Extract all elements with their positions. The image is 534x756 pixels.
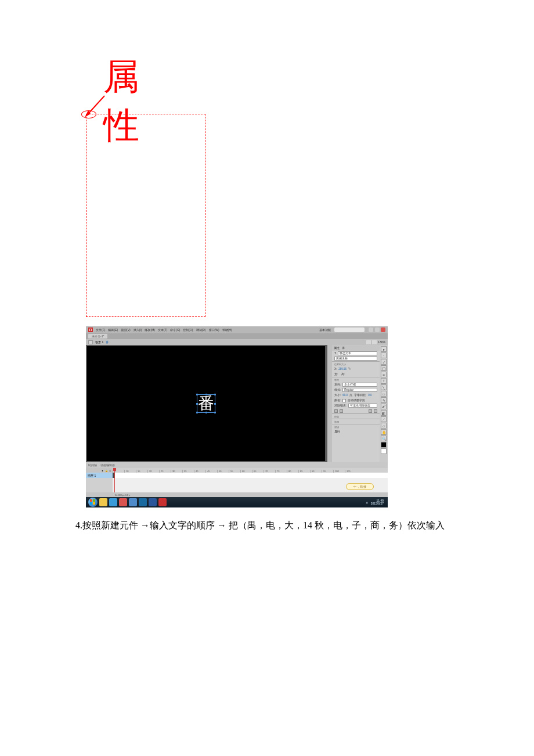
svg-rect-3	[93, 499, 95, 502]
tools-panel: ▸ ◦ ⤢ ◯ ✒ T ╲ ▭ ✎ 🖌 ◧ ⟋ ▱ ✋ 🔍	[380, 345, 388, 462]
instance-name-input[interactable]: 实例名称	[334, 357, 377, 361]
selection-box	[197, 394, 215, 413]
format-btn-1[interactable]	[334, 409, 338, 413]
text-type-select[interactable]: 静态文本	[338, 351, 377, 355]
size-label: 大小:	[334, 394, 341, 397]
document-tab[interactable]: 未命名-1*	[88, 334, 107, 339]
timeline-fps: 24.00 fps 0.0 s	[115, 494, 130, 496]
size-value[interactable]: 60.0	[342, 394, 348, 397]
breadcrumb-symbol[interactable]: 番	[106, 340, 109, 344]
rect-tool-icon[interactable]: ▭	[381, 391, 387, 397]
stage[interactable]: 番	[87, 346, 325, 461]
timeline-area: 时间轴 动画编辑器 ● 🔒 □ 图层 1 5101520253035404550…	[86, 462, 388, 497]
pen-tool-icon[interactable]: ✒	[381, 372, 387, 377]
transform-tool-icon[interactable]: ⤢	[381, 359, 387, 365]
format-btn-3[interactable]	[369, 409, 372, 413]
outline-icon[interactable]: □	[110, 469, 111, 472]
section-filters[interactable]: 滤镜	[332, 424, 380, 429]
tab-library[interactable]: 库	[342, 347, 345, 350]
color-label: 颜色:	[334, 399, 341, 402]
color-swatch[interactable]	[342, 399, 346, 402]
vertical-scrollbar[interactable]	[327, 345, 332, 462]
layer-row[interactable]: 图层 1	[86, 473, 113, 478]
format-btn-4[interactable]	[374, 409, 377, 413]
menu-insert[interactable]: 插入(I)	[134, 328, 142, 332]
menu-window[interactable]: 窗口(W)	[209, 328, 219, 332]
start-button-icon[interactable]	[88, 498, 98, 507]
selection-tool-icon[interactable]: ▸	[381, 346, 387, 352]
menu-control[interactable]: 控制(O)	[183, 328, 193, 332]
svg-rect-5	[93, 502, 95, 505]
task-app2-icon[interactable]	[129, 498, 137, 506]
menu-edit[interactable]: 编辑(E)	[108, 328, 118, 332]
task-photoshop-icon[interactable]	[139, 498, 147, 506]
zoom-tool-icon[interactable]: 🔍	[381, 435, 387, 441]
bucket-tool-icon[interactable]: ◧	[381, 410, 387, 416]
clock-date: 2015/6/27	[371, 502, 384, 506]
hand-tool-icon[interactable]	[366, 340, 371, 344]
search-input[interactable]	[334, 327, 365, 332]
motion-editor-tab[interactable]: 动画编辑器	[100, 463, 115, 467]
layers-panel: ● 🔒 □ 图层 1	[86, 468, 113, 492]
workspace-label[interactable]: 基本功能	[319, 328, 331, 332]
spacing-value[interactable]: 0.0	[368, 394, 371, 397]
zoom-tool-icon[interactable]	[372, 340, 377, 344]
w-label: 宽:	[334, 373, 338, 376]
kern-label[interactable]: 自动调整字距	[348, 399, 365, 402]
menubar: Fl 文件(F) 编辑(E) 视图(V) 插入(I) 修改(M) 文本(T) 命…	[86, 326, 388, 333]
panel-tabs: 属性 库	[332, 345, 380, 351]
anti-alias-select[interactable]: 可读性消除锯齿	[348, 404, 377, 408]
brush-tool-icon[interactable]: 🖌	[381, 404, 387, 409]
stroke-color-icon[interactable]	[381, 442, 387, 448]
format-btn-2[interactable]	[340, 409, 343, 413]
font-style-select[interactable]: Regular	[342, 388, 377, 392]
back-button[interactable]	[88, 340, 93, 344]
task-word-icon[interactable]	[149, 498, 157, 506]
subselection-tool-icon[interactable]: ◦	[381, 352, 387, 358]
layer-name: 图层 1	[88, 474, 96, 477]
lock-icon[interactable]: 🔒	[105, 469, 108, 472]
clock[interactable]: 11:49 2015/6/27	[371, 499, 384, 506]
menu-commands[interactable]: 命令(C)	[170, 328, 180, 332]
menu-debug[interactable]: 调试(D)	[196, 328, 206, 332]
font-family-select[interactable]: 华文行楷	[342, 383, 377, 387]
menu-modify[interactable]: 修改(M)	[145, 328, 155, 332]
close-icon[interactable]	[381, 327, 385, 332]
svg-rect-4	[90, 502, 92, 505]
task-flash-icon[interactable]	[158, 498, 167, 506]
text-type-icon: T	[334, 352, 336, 355]
menu-text[interactable]: 文本(T)	[158, 328, 167, 332]
x-value[interactable]: 259.55	[338, 368, 347, 370]
menu-view[interactable]: 视图(V)	[121, 328, 131, 332]
tab-properties[interactable]: 属性	[334, 347, 340, 350]
section-position[interactable]: 位置和大小	[332, 361, 380, 366]
menu-help[interactable]: 帮助(H)	[222, 328, 232, 332]
section-char[interactable]: 字符	[332, 377, 380, 382]
zoom-value[interactable]: 130%	[378, 340, 385, 344]
maximize-icon[interactable]	[375, 327, 380, 332]
pencil-tool-icon[interactable]: ✎	[381, 397, 387, 403]
task-browser-icon[interactable]	[109, 498, 117, 506]
frame-track[interactable]	[113, 473, 388, 478]
eraser-tool-icon[interactable]: ▱	[381, 423, 387, 429]
hand-tool-icon[interactable]: ✋	[381, 429, 387, 435]
section-para[interactable]: 段落	[332, 413, 380, 419]
section-options[interactable]: 选项	[332, 419, 380, 424]
h-label: 高:	[341, 373, 345, 376]
tray-icon[interactable]: ▲	[366, 501, 369, 504]
breadcrumb-scene[interactable]: 场景 1	[95, 340, 103, 344]
minimize-icon[interactable]	[369, 327, 373, 332]
line-tool-icon[interactable]: ╲	[381, 384, 387, 390]
playhead[interactable]	[114, 468, 115, 492]
task-app-icon[interactable]	[119, 498, 127, 506]
eye-icon[interactable]: ●	[102, 469, 103, 472]
timeline-tab[interactable]: 时间轴	[88, 463, 97, 467]
eyedropper-tool-icon[interactable]: ⟋	[381, 416, 387, 422]
fill-color-icon[interactable]	[381, 448, 387, 454]
menu-file[interactable]: 文件(F)	[96, 328, 105, 332]
text-tool-icon[interactable]: T	[381, 378, 387, 384]
ime-indicator[interactable]: 中 ·, 简 搜	[346, 483, 374, 490]
lasso-tool-icon[interactable]: ◯	[381, 365, 387, 371]
system-tray: ▲ 11:49 2015/6/27	[366, 499, 385, 506]
task-explorer-icon[interactable]	[99, 498, 107, 506]
